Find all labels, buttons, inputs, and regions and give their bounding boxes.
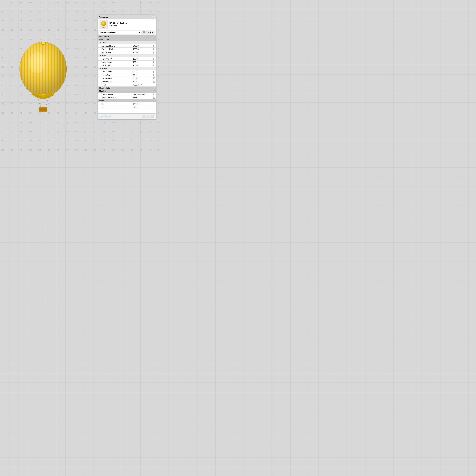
prop-label-burner-height: Burner Height (98, 80, 132, 83)
prop-value-neck-radius[interactable]: 100.00 (132, 51, 153, 54)
section-dimensions-chevron: « (153, 38, 154, 41)
prop-checkbox-frame-height[interactable] (153, 78, 156, 79)
prop-label-phase-demolished: Phase Demolished (98, 96, 132, 99)
prop-checkbox-phase-created[interactable] (153, 94, 156, 95)
section-phasing-label: Phasing (99, 90, 106, 92)
prop-checkbox-envelope-height[interactable] (153, 45, 156, 47)
section-constraints-label: Constraints (99, 35, 109, 37)
section-phasing[interactable]: Phasing « (98, 90, 156, 93)
table-row: Burner Height 50.00 (98, 80, 156, 83)
properties-body: Constraints » Dimensions « ▶ Envelope En… (98, 35, 156, 114)
prop-label-envelope-radius: Envelope Radius (98, 48, 132, 51)
balloon-area (12, 42, 74, 113)
apply-button[interactable]: Apply (142, 115, 154, 118)
panel-title: Properties (99, 16, 108, 18)
edit-type-icon (143, 31, 145, 34)
prop-checkbox-frame-width[interactable] (153, 71, 156, 73)
svg-point-22 (42, 94, 44, 95)
table-row: Basket Width 150.00 (98, 57, 156, 61)
prop-value-basket-height[interactable]: 150.00 (132, 64, 153, 67)
table-row: Frame Width 90.00 (98, 70, 156, 73)
sub-section-frame[interactable]: ▶ Frame (98, 67, 156, 70)
prop-value-r1: 124.25 (132, 103, 153, 106)
prop-checkbox-basket-height[interactable] (153, 65, 156, 66)
prop-value-envelope-radius[interactable]: 1000.00 (132, 48, 153, 51)
prop-checkbox-burner-height[interactable] (153, 81, 156, 83)
prop-value-frame-height[interactable]: 80.00 (132, 77, 153, 80)
svg-point-10 (29, 52, 45, 73)
prop-label-frame-width: Frame Width (98, 70, 132, 73)
section-constraints-chevron: » (153, 35, 154, 37)
prop-checkbox-neck-radius[interactable] (153, 52, 156, 53)
svg-rect-30 (144, 32, 145, 32)
item-name: RD_Hot Air Balloon Colorful (109, 22, 127, 27)
table-row: Frame Height 80.00 (98, 77, 156, 80)
prop-checkbox-phase-demolished[interactable] (153, 97, 156, 99)
sub-section-envelope[interactable]: ▶ Envelope (98, 41, 156, 44)
table-row: Volume 4205.181 m³ (98, 83, 156, 86)
prop-value-frame-depth[interactable]: 90.00 (132, 74, 153, 77)
table-row: R1 124.25 (98, 102, 156, 106)
table-row: Phase Demolished None (98, 96, 156, 99)
sub-section-envelope-label: Envelope (102, 42, 109, 44)
svg-point-12 (41, 42, 45, 44)
close-button[interactable]: ✕ (152, 16, 155, 18)
svg-rect-28 (103, 27, 104, 28)
prop-checkbox-basket-depth[interactable] (153, 61, 156, 63)
prop-value-frame-width[interactable]: 90.00 (132, 70, 153, 73)
prop-value-basket-width[interactable]: 150.00 (132, 57, 153, 60)
section-other-label: Other (99, 100, 104, 102)
table-row: Frame Depth 90.00 (98, 73, 156, 77)
prop-value-volume: 4205.181 m³ (132, 84, 153, 86)
svg-rect-32 (144, 33, 145, 33)
prop-value-phase-created[interactable]: New Construction (132, 93, 153, 96)
table-row: Basket Depth 150.00 (98, 61, 156, 64)
section-phasing-chevron: « (153, 90, 154, 92)
envelope-arrow: ▶ (100, 42, 102, 44)
prop-label-envelope-height: Envelope Height (98, 45, 132, 48)
prop-checkbox-frame-depth[interactable] (153, 74, 156, 76)
prop-label-volume: Volume (98, 84, 132, 86)
table-row: R2 875.75 (98, 106, 156, 109)
prop-label-frame-depth: Frame Depth (98, 74, 132, 77)
category-dropdown[interactable]: Generic Models (1) (99, 31, 141, 34)
svg-rect-31 (143, 33, 144, 33)
prop-value-r2: 875.75 (132, 106, 153, 109)
dropdown-row: Generic Models (1) Edit Type (98, 30, 156, 35)
prop-label-r1: R1 (98, 103, 132, 106)
section-constraints[interactable]: Constraints » (98, 35, 156, 38)
edit-type-button[interactable]: Edit Type (142, 31, 154, 34)
frame-arrow: ▶ (100, 68, 102, 69)
table-row: Phase Created New Construction (98, 93, 156, 96)
table-row: Envelope Radius 1000.00 (98, 48, 156, 51)
panel-footer: Properties help Apply (98, 114, 156, 119)
prop-label-neck-radius: Neck Radius (98, 51, 132, 54)
svg-rect-29 (143, 32, 144, 32)
prop-checkbox-envelope-radius[interactable] (153, 48, 156, 50)
prop-checkbox-basket-width[interactable] (153, 58, 156, 60)
properties-help-link[interactable]: Properties help (99, 115, 111, 117)
section-identity-data[interactable]: Identity Data » (98, 86, 156, 90)
section-other[interactable]: Other « (98, 99, 156, 102)
prop-value-phase-demolished[interactable]: None (132, 96, 153, 99)
section-identity-chevron: » (153, 87, 154, 89)
prop-value-envelope-height[interactable]: 2400.00 (132, 45, 153, 48)
properties-panel: Properties ✕ (98, 15, 156, 119)
section-dimensions[interactable]: Dimensions « (98, 38, 156, 41)
prop-label-frame-height: Frame Height (98, 77, 132, 80)
panel-titlebar: Properties ✕ (98, 15, 156, 19)
prop-label-basket-width: Basket Width (98, 57, 132, 60)
prop-label-basket-height: Basket Height (98, 64, 132, 67)
spacer (98, 109, 156, 114)
section-other-chevron: « (153, 100, 154, 102)
item-name-line2: Colorful (109, 25, 127, 27)
edit-type-label: Edit Type (146, 31, 153, 34)
prop-value-basket-depth[interactable]: 150.00 (132, 61, 153, 64)
prop-label-r2: R2 (98, 106, 132, 109)
panel-header: RD_Hot Air Balloon Colorful (98, 19, 156, 30)
prop-value-burner-height[interactable]: 50.00 (132, 80, 153, 83)
prop-label-phase-created: Phase Created (98, 93, 132, 96)
table-row: Neck Radius 100.00 (98, 51, 156, 54)
section-identity-label: Identity Data (99, 87, 110, 89)
sub-section-basket[interactable]: ▶ Basket (98, 54, 156, 57)
